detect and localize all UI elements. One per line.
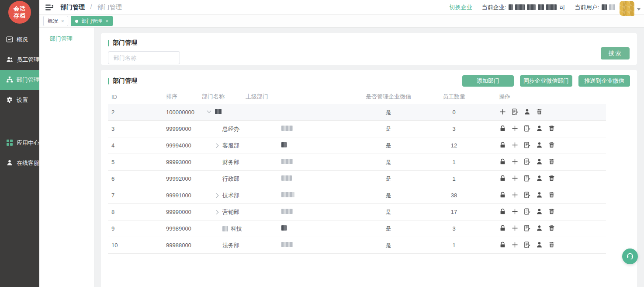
- sidebar-item-overview[interactable]: 概况: [0, 30, 39, 50]
- trash-action-icon[interactable]: [548, 175, 555, 182]
- trash-action-icon[interactable]: [548, 141, 555, 149]
- tab-label: 概况: [48, 18, 58, 25]
- plus-action-icon[interactable]: [511, 208, 519, 215]
- trash-action-icon[interactable]: [548, 158, 555, 165]
- edit-action-icon[interactable]: [523, 208, 531, 215]
- expand-right-icon[interactable]: [215, 193, 219, 198]
- search-button[interactable]: 搜索: [601, 47, 630, 60]
- redacted-parent-department: [281, 142, 287, 147]
- lock-action-icon[interactable]: [499, 141, 506, 149]
- cell-sort: 99993000: [163, 154, 198, 171]
- cell-parent-department: [242, 220, 351, 237]
- plus-action-icon[interactable]: [511, 125, 519, 132]
- cell-wecom-managed: 是: [351, 137, 426, 154]
- breadcrumb-item[interactable]: 部门管理: [60, 4, 85, 10]
- edit-action-icon[interactable]: [523, 241, 531, 248]
- plus-action-icon[interactable]: [511, 141, 519, 149]
- lock-action-icon[interactable]: [499, 241, 506, 248]
- column-header-id: ID: [108, 89, 163, 104]
- cell-id: 5: [108, 154, 163, 171]
- user-action-icon[interactable]: [536, 141, 543, 149]
- plus-action-icon[interactable]: [511, 175, 519, 182]
- user-action-icon[interactable]: [536, 208, 543, 215]
- user-action-icon[interactable]: [536, 158, 543, 165]
- sidebar-item-online-support[interactable]: 在线客服: [0, 153, 39, 173]
- tab-overview[interactable]: 概况 ×: [43, 16, 68, 26]
- sidebar-item-label: 在线客服: [17, 159, 39, 167]
- user-action-icon[interactable]: [536, 175, 543, 182]
- sidebar-item-app-center[interactable]: 应用中心: [0, 133, 39, 153]
- submenu-item-departments[interactable]: 部门管理: [39, 28, 94, 43]
- plus-action-icon[interactable]: [511, 224, 519, 232]
- sidebar-item-staff[interactable]: 员工管理: [0, 50, 39, 70]
- edit-action-icon[interactable]: [523, 158, 531, 165]
- table-row: 10 99988000 法务部 是 1: [108, 237, 606, 254]
- user-avatar[interactable]: [620, 1, 634, 16]
- cell-actions: [482, 104, 606, 121]
- tab-close-icon[interactable]: ×: [105, 18, 108, 24]
- add-department-button[interactable]: 添加部门: [462, 75, 514, 87]
- title-accent-bar: [108, 40, 109, 46]
- sync-wecom-departments-button[interactable]: 同步企业微信部门: [520, 75, 572, 87]
- trash-action-icon[interactable]: [548, 224, 555, 232]
- lock-action-icon[interactable]: [499, 208, 506, 215]
- cell-employee-count: 1: [426, 171, 482, 187]
- lock-action-icon[interactable]: [499, 158, 506, 165]
- chevron-down-icon[interactable]: [637, 8, 641, 10]
- lock-action-icon[interactable]: [499, 175, 506, 182]
- customer-service-button[interactable]: [622, 248, 638, 264]
- user-action-icon[interactable]: [536, 125, 543, 132]
- user-action-icon[interactable]: [536, 191, 543, 199]
- expand-right-icon[interactable]: [215, 144, 219, 148]
- table-row: 9 99989000 科技 是 3: [108, 220, 606, 237]
- plus-action-icon[interactable]: [511, 191, 519, 199]
- plus-action-icon[interactable]: [511, 241, 519, 248]
- table-header-row: ID 排序 部门名称 上级部门 是否管理企业微信 员工数量 操作: [108, 89, 606, 104]
- edit-action-icon[interactable]: [523, 125, 531, 132]
- current-company: 当前企业: 司: [482, 4, 565, 11]
- table-row: 3 99999000 总经办 是 3: [108, 121, 606, 137]
- edit-action-icon[interactable]: [523, 191, 531, 199]
- current-user: 当前用户:: [575, 4, 615, 11]
- trash-action-icon[interactable]: [548, 208, 555, 215]
- department-name-input[interactable]: [108, 51, 180, 64]
- edit-action-icon[interactable]: [523, 175, 531, 182]
- sidebar-item-departments[interactable]: 部门管理: [0, 70, 39, 90]
- active-tab-dot-icon: [75, 20, 78, 23]
- trash-action-icon[interactable]: [548, 241, 555, 248]
- cell-wecom-managed: 是: [351, 237, 426, 254]
- user-action-icon[interactable]: [536, 224, 543, 232]
- edit-action-icon[interactable]: [511, 108, 519, 116]
- edit-action-icon[interactable]: [523, 141, 531, 149]
- cell-id: 8: [108, 204, 163, 220]
- cell-sort: 100000000: [163, 104, 198, 121]
- switch-company-link[interactable]: 切换企业: [450, 4, 472, 11]
- cell-actions: [482, 204, 606, 220]
- lock-action-icon[interactable]: [499, 224, 506, 232]
- breadcrumb-item-current: 部门管理: [97, 4, 122, 10]
- expand-down-icon[interactable]: [207, 108, 211, 113]
- lock-action-icon[interactable]: [499, 125, 506, 132]
- user-action-icon[interactable]: [536, 241, 543, 248]
- edit-action-icon[interactable]: [523, 224, 531, 232]
- push-to-wecom-button[interactable]: 推送到企业微信: [578, 75, 630, 87]
- cell-parent-department: [242, 154, 351, 171]
- plus-action-icon[interactable]: [511, 158, 519, 165]
- app-grid-icon: [6, 139, 13, 147]
- cell-employee-count: 1: [426, 237, 482, 254]
- tab-departments[interactable]: 部门管理 ×: [71, 16, 112, 26]
- menu-fold-icon[interactable]: [45, 4, 53, 10]
- user-action-icon[interactable]: [523, 108, 531, 116]
- trash-action-icon[interactable]: [548, 125, 555, 132]
- lock-action-icon[interactable]: [499, 191, 506, 199]
- cell-parent-department: [242, 104, 351, 121]
- sidebar-item-settings[interactable]: 设置: [0, 90, 39, 110]
- plus-action-icon[interactable]: [499, 108, 506, 116]
- trash-action-icon[interactable]: [548, 191, 555, 199]
- cell-department-name: 总经办: [198, 121, 242, 137]
- trash-action-icon[interactable]: [536, 108, 543, 116]
- cell-actions: [482, 137, 606, 154]
- cell-actions: [482, 171, 606, 187]
- tab-close-icon[interactable]: ×: [61, 18, 64, 24]
- expand-right-icon[interactable]: [215, 210, 219, 214]
